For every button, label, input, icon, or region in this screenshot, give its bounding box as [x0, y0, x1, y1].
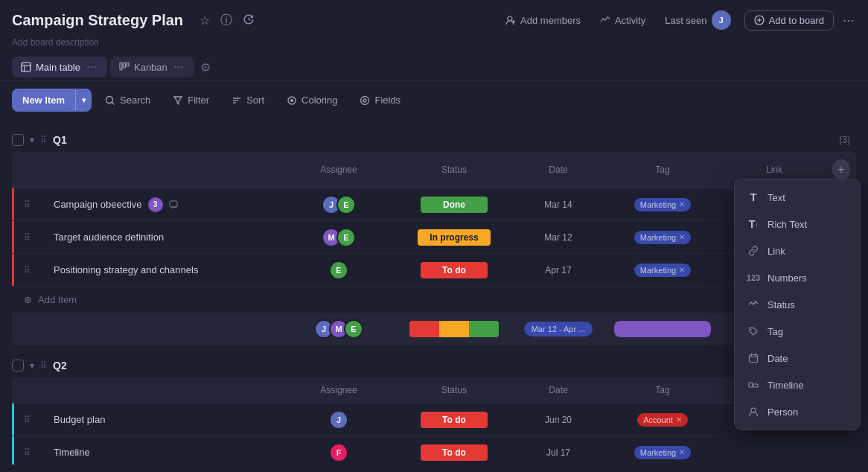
dropdown-item-person[interactable]: Person	[735, 398, 860, 425]
row-assignees-1[interactable]: J E	[283, 195, 395, 214]
group-q2-checkbox[interactable]	[12, 360, 24, 371]
status-icon	[747, 298, 760, 311]
col-header-q2-name	[42, 382, 283, 398]
svg-rect-6	[123, 63, 125, 68]
dropdown-item-date[interactable]: Date	[735, 345, 860, 371]
numbers-icon: 123	[747, 271, 760, 284]
tag-badge: Marketing ✕	[634, 231, 691, 244]
table-row: ⠿ Timeline F To do Jul 17 Marketing ✕	[12, 436, 856, 465]
add-item-row-q1[interactable]: ⊕ Add Item	[12, 287, 856, 313]
date-text: Jul 17	[546, 447, 570, 458]
col-header-assignee-q1: Assignee	[283, 156, 395, 183]
row-date-2[interactable]: Mar 12	[514, 232, 603, 243]
coloring-label: Coloring	[301, 95, 337, 106]
row-assignees-2[interactable]: M E	[283, 228, 395, 247]
avatar-e-sum: E	[344, 319, 363, 339]
link-icon	[747, 244, 760, 258]
dropdown-label-tag: Tag	[768, 326, 783, 337]
row-name-target-audience[interactable]: Target audience definition	[42, 232, 283, 243]
row-name-campaign-objective[interactable]: Campaign obeective 3	[42, 197, 283, 212]
dropdown-item-numbers[interactable]: 123 Numbers	[735, 264, 860, 291]
dropdown-item-text[interactable]: T Text	[735, 184, 860, 211]
row-assignees-3[interactable]: E	[283, 261, 395, 280]
header: Campaign Strategy Plan ☆ ⓘ Add members A…	[0, 0, 868, 36]
new-item-label: New Item	[12, 89, 75, 112]
more-options-button[interactable]: ⋯	[841, 12, 856, 29]
avatar-e: E	[336, 195, 356, 214]
tag-badge: Marketing ✕	[634, 446, 691, 459]
tab-bar: Main table ⋯ Kanban ⋯ ⚙	[0, 54, 868, 81]
row-tag-1[interactable]: Marketing ✕	[603, 198, 722, 211]
board-description[interactable]: Add board description	[0, 36, 868, 54]
fields-button[interactable]: Fields	[351, 89, 409, 111]
row-tag-timeline[interactable]: Marketing ✕	[603, 446, 722, 459]
tab-kanban-more[interactable]: ⋯	[172, 61, 185, 73]
star-button[interactable]: ☆	[198, 12, 211, 29]
tag-remove-icon[interactable]: ✕	[676, 415, 682, 424]
row-drag-icon: ⠿	[12, 265, 42, 275]
row-assignees-timeline[interactable]: F	[283, 443, 395, 462]
info-button[interactable]: ⓘ	[219, 11, 234, 30]
avatar: J	[712, 10, 731, 30]
add-members-button[interactable]: Add members	[500, 12, 587, 29]
text-icon: T	[747, 191, 760, 204]
history-button[interactable]	[241, 13, 256, 28]
row-name-budget-plan[interactable]: Budget plan	[42, 414, 283, 425]
tab-kanban[interactable]: Kanban ⋯	[110, 57, 194, 77]
row-name-timeline[interactable]: Timeline	[42, 447, 283, 458]
row-status-1[interactable]: Done	[395, 197, 514, 213]
tab-main-table-more[interactable]: ⋯	[85, 61, 98, 73]
row-tag-3[interactable]: Marketing ✕	[603, 264, 722, 277]
dropdown-item-link[interactable]: Link	[735, 237, 860, 264]
svg-rect-20	[750, 355, 758, 363]
row-status-timeline[interactable]: To do	[395, 444, 514, 461]
svg-point-8	[106, 96, 113, 103]
add-to-board-button[interactable]: Add to board	[744, 10, 834, 31]
tag-remove-icon[interactable]: ✕	[679, 233, 685, 241]
settings-button[interactable]: ⚙	[200, 60, 211, 74]
tag-remove-icon[interactable]: ✕	[679, 200, 685, 208]
q1-col-headers: Assignee Status Date Tag Link +	[12, 152, 856, 188]
row-status-3[interactable]: To do	[395, 262, 514, 278]
dropdown-label-link: Link	[768, 246, 785, 257]
date-icon	[747, 351, 760, 365]
add-column-button[interactable]: +	[832, 159, 850, 180]
dropdown-item-status[interactable]: Status	[735, 291, 860, 318]
row-accent	[12, 221, 14, 253]
row-date-3[interactable]: Apr 17	[514, 265, 603, 275]
row-tag-2[interactable]: Marketing ✕	[603, 231, 722, 244]
row-assignees-budget[interactable]: J	[283, 410, 395, 430]
tag-remove-icon[interactable]: ✕	[679, 266, 685, 274]
row-drag-icon: ⠿	[12, 200, 42, 210]
q1-summary-row: J M E Mar 12 - Apr ...	[12, 313, 856, 345]
row-name-positioning[interactable]: Positioning strategy and channels	[42, 264, 283, 275]
last-seen-button[interactable]: Last seen J	[659, 7, 736, 33]
person-icon	[747, 405, 760, 418]
comment-badge[interactable]: 3	[148, 197, 163, 212]
row-date-1[interactable]: Mar 14	[514, 200, 603, 210]
tag-remove-icon[interactable]: ✕	[679, 448, 685, 456]
col-header-name	[42, 156, 283, 183]
rich-text-icon: T↓	[747, 217, 760, 231]
sort-button[interactable]: Sort	[223, 89, 273, 111]
row-date-budget[interactable]: Jun 20	[514, 415, 603, 425]
row-tag-budget[interactable]: Account ✕	[603, 413, 722, 427]
group-q1-checkbox[interactable]	[12, 134, 24, 146]
row-date-timeline[interactable]: Jul 17	[514, 447, 603, 458]
row-status-budget[interactable]: To do	[395, 412, 514, 428]
filter-button[interactable]: Filter	[164, 89, 218, 111]
search-button[interactable]: Search	[96, 89, 159, 111]
row-status-2[interactable]: In progress	[395, 229, 514, 246]
tab-main-table[interactable]: Main table ⋯	[12, 57, 107, 77]
dropdown-item-timeline[interactable]: Timeline	[735, 371, 860, 398]
dropdown-item-tag[interactable]: Tag	[735, 318, 860, 345]
activity-button[interactable]: Activity	[594, 12, 651, 29]
page-title: Campaign Strategy Plan	[12, 12, 183, 29]
new-item-arrow-icon[interactable]: ▾	[75, 90, 92, 110]
dropdown-item-rich-text[interactable]: T↓ Rich Text	[735, 211, 860, 237]
col-header-q2-tag: Tag	[603, 382, 722, 398]
new-item-button[interactable]: New Item ▾	[12, 89, 92, 112]
coloring-button[interactable]: Coloring	[278, 89, 346, 111]
group-q2-chevron[interactable]: ▾	[30, 360, 34, 371]
group-q1-chevron[interactable]: ▾	[30, 135, 34, 145]
